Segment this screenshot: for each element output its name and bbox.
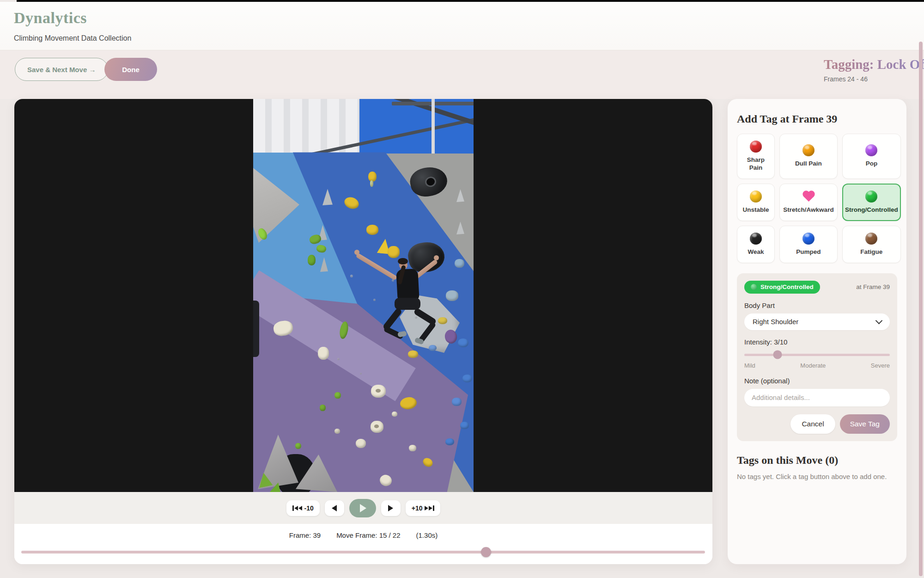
tag-label: Dull Pain [795, 160, 822, 168]
page-scrollbar[interactable] [919, 42, 923, 576]
climbing-hold [378, 473, 394, 487]
climbing-hold [408, 350, 418, 358]
hold-pocket [374, 424, 379, 428]
tag-grid: Sharp Pain Dull Pain Pop Unstable Stretc… [737, 134, 897, 263]
climbing-hold [460, 422, 469, 429]
climbing-hold [308, 255, 316, 265]
green-circle-icon [865, 191, 877, 203]
climber-right-hand [434, 255, 439, 260]
app-subtitle: Climbing Movement Data Collection [14, 34, 131, 43]
brown-circle-icon [865, 233, 877, 245]
climbing-hold [320, 257, 328, 272]
climbing-hold [339, 321, 349, 339]
tag-label: Pumped [796, 248, 821, 256]
skip-back-label: -10 [304, 504, 314, 512]
climbing-hold [322, 188, 333, 205]
tag-button-weak[interactable]: Weak [737, 226, 775, 263]
play-button[interactable] [349, 499, 376, 517]
skip-back-10-button[interactable]: -10 [286, 500, 320, 516]
climbing-hold [295, 443, 301, 449]
step-back-button[interactable] [325, 500, 344, 516]
climbing-hold [356, 439, 366, 448]
player-controls: -10 +10 [14, 492, 712, 524]
next-frame-icon [388, 505, 393, 511]
climbing-hold [373, 299, 376, 301]
climbing-hold [456, 189, 464, 202]
climbing-hold [429, 345, 437, 351]
climbing-hold [256, 471, 273, 488]
at-frame-label: at Frame 39 [856, 283, 890, 290]
tag-button-unstable[interactable]: Unstable [737, 184, 775, 221]
skip-forward-label: +10 [412, 504, 423, 512]
tag-button-sharp-pain[interactable]: Sharp Pain [737, 134, 775, 179]
play-icon [360, 504, 366, 512]
tag-label: Fatigue [860, 248, 882, 256]
climbing-hold [445, 438, 454, 445]
climbing-hold [370, 180, 373, 187]
climbing-hold [318, 347, 329, 360]
climbing-hold [334, 429, 340, 434]
tag-button-pop[interactable]: Pop [842, 134, 901, 179]
body-part-select[interactable]: Right Shoulder [744, 314, 890, 330]
climbing-hold [256, 227, 268, 241]
climbing-hold [388, 246, 400, 258]
save-next-move-button[interactable]: Save & Next Move → [15, 58, 108, 81]
green-dot-icon [751, 284, 757, 290]
tags-on-move-heading: Tags on this Move (0) [737, 454, 897, 467]
page: Dynalytics Climbing Movement Data Collec… [0, 0, 924, 578]
frames-range: Frames 24 - 46 [824, 75, 924, 83]
climbing-hold [343, 195, 360, 210]
toolbar: Save & Next Move → Done Tagging: Lock Of… [0, 50, 924, 99]
note-input[interactable] [744, 389, 890, 406]
note-label: Note (optional) [744, 377, 890, 385]
intensity-slider-track[interactable] [744, 354, 890, 356]
intensity-slider [744, 350, 890, 359]
tag-button-dull-pain[interactable]: Dull Pain [779, 134, 838, 179]
timeline [14, 546, 712, 564]
tagging-status: Tagging: Lock Off Frames 24 - 46 [824, 57, 924, 83]
climber-left-hand [354, 250, 359, 255]
app-title: Dynalytics [14, 9, 87, 27]
hold-pocket [376, 389, 381, 393]
save-tag-button[interactable]: Save Tag [840, 414, 890, 434]
frame-counter: Frame: 39 [289, 531, 321, 539]
red-circle-icon [750, 141, 762, 153]
app-header: Dynalytics Climbing Movement Data Collec… [0, 2, 924, 50]
step-forward-button[interactable] [381, 500, 401, 516]
climbing-hold [392, 412, 397, 417]
frame-status-bar: Frame: 39 Move Frame: 15 / 22 (1.30s) [14, 524, 712, 546]
timeline-track[interactable] [21, 551, 705, 553]
scale-severe: Severe [871, 362, 890, 369]
tagging-title: Tagging: Lock Off [824, 57, 924, 72]
tag-button-stretch-awkward[interactable]: Stretch/Awkward [779, 184, 838, 221]
previous-frame-icon [332, 505, 337, 511]
tag-button-fatigue[interactable]: Fatigue [842, 226, 901, 263]
skip-forward-10-button[interactable]: +10 [406, 500, 440, 516]
tag-form-buttons: Cancel Save Tag [744, 414, 890, 434]
climbing-video-content [253, 99, 474, 492]
climbing-hold [455, 259, 464, 268]
tag-button-pumped[interactable]: Pumped [779, 226, 838, 263]
climbing-hold [446, 290, 458, 301]
climbing-hold [350, 275, 353, 277]
tag-button-strong-controlled[interactable]: Strong/Controlled [842, 184, 901, 221]
climbing-holds-layer [253, 99, 474, 492]
done-button[interactable]: Done [104, 58, 157, 81]
climbing-hold [269, 480, 284, 492]
climbing-hold [452, 398, 462, 406]
skip-back-icon [292, 505, 302, 511]
climbing-hold [360, 373, 362, 375]
cancel-button[interactable]: Cancel [790, 414, 835, 434]
climbing-hold [415, 316, 417, 319]
timeline-thumb[interactable] [481, 547, 491, 557]
intensity-scale: Mild Moderate Severe [744, 362, 890, 369]
climber-hair [398, 258, 408, 264]
intensity-slider-thumb[interactable] [773, 350, 782, 359]
time-counter: (1.30s) [416, 531, 438, 539]
orange-circle-icon [802, 144, 815, 156]
climbing-hold [421, 456, 434, 469]
tag-label: Stretch/Awkward [783, 206, 833, 214]
climbing-hold [399, 396, 417, 411]
body-part-value: Right Shoulder [753, 318, 798, 326]
skip-forward-icon [425, 505, 434, 511]
